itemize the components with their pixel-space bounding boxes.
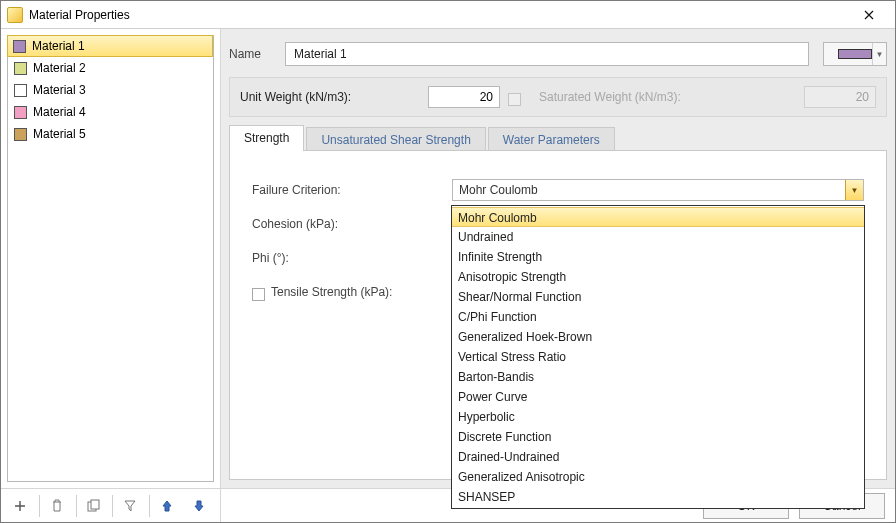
material-swatch-icon bbox=[14, 84, 27, 97]
titlebar: Material Properties bbox=[1, 1, 895, 29]
saturated-weight-checkbox bbox=[508, 93, 521, 106]
dropdown-option[interactable]: Undrained bbox=[452, 227, 864, 247]
sidebar: Material 1Material 2Material 3Material 4… bbox=[1, 29, 221, 522]
material-list-item[interactable]: Material 3 bbox=[8, 79, 213, 101]
cohesion-label: Cohesion (kPa): bbox=[252, 217, 452, 231]
material-list-item[interactable]: Material 4 bbox=[8, 101, 213, 123]
dropdown-option[interactable]: Anisotropic Strength bbox=[452, 267, 864, 287]
tensile-strength-label: Tensile Strength (kPa): bbox=[271, 285, 392, 299]
dropdown-option[interactable]: Generalized Anisotropic bbox=[452, 467, 864, 487]
sidebar-toolbar bbox=[1, 488, 220, 522]
dropdown-option[interactable]: Shear/Normal Function bbox=[452, 287, 864, 307]
filter-button[interactable] bbox=[115, 492, 145, 520]
chevron-down-icon: ▼ bbox=[845, 180, 863, 200]
dropdown-option[interactable]: Vertical Stress Ratio bbox=[452, 347, 864, 367]
copy-material-button[interactable] bbox=[79, 492, 109, 520]
add-material-button[interactable] bbox=[5, 492, 35, 520]
failure-criterion-value: Mohr Coulomb bbox=[459, 183, 538, 197]
material-list-container: Material 1Material 2Material 3Material 4… bbox=[1, 29, 220, 488]
tensile-strength-checkbox[interactable] bbox=[252, 288, 265, 301]
material-properties-dialog: Material Properties Material 1Material 2… bbox=[0, 0, 896, 523]
main-area: Name ▼ Unit Weight (kN/m3): Saturated We… bbox=[221, 29, 895, 522]
material-list-item[interactable]: Material 5 bbox=[8, 123, 213, 145]
dropdown-option[interactable]: C/Phi Function bbox=[452, 307, 864, 327]
dropdown-option[interactable]: Drained-Undrained bbox=[452, 447, 864, 467]
material-list-item-label: Material 3 bbox=[33, 83, 86, 97]
name-label: Name bbox=[229, 47, 277, 61]
material-swatch-icon bbox=[14, 128, 27, 141]
dropdown-option[interactable]: Mohr Coulomb bbox=[452, 207, 864, 227]
app-icon bbox=[7, 7, 23, 23]
dropdown-option[interactable]: Barton-Bandis bbox=[452, 367, 864, 387]
dropdown-option[interactable]: SHANSEP bbox=[452, 487, 864, 507]
dropdown-option[interactable]: Hyperbolic bbox=[452, 407, 864, 427]
dropdown-option[interactable]: Discrete Function bbox=[452, 427, 864, 447]
material-color-picker[interactable]: ▼ bbox=[823, 42, 887, 66]
dropdown-option[interactable]: Infinite Strength bbox=[452, 247, 864, 267]
material-list-item-label: Material 2 bbox=[33, 61, 86, 75]
tab-water-parameters[interactable]: Water Parameters bbox=[488, 127, 615, 151]
saturated-weight-value: 20 bbox=[804, 86, 876, 108]
material-list-item-label: Material 5 bbox=[33, 127, 86, 141]
dropdown-option[interactable]: Power Curve bbox=[452, 387, 864, 407]
material-list-item[interactable]: Material 1 bbox=[7, 35, 213, 57]
dropdown-option[interactable]: Generalized Hoek-Brown bbox=[452, 327, 864, 347]
phi-label: Phi (°): bbox=[252, 251, 452, 265]
failure-criterion-combo[interactable]: Mohr Coulomb ▼ bbox=[452, 179, 864, 201]
material-list-item[interactable]: Material 2 bbox=[8, 57, 213, 79]
delete-material-button[interactable] bbox=[42, 492, 72, 520]
unit-weight-input[interactable] bbox=[428, 86, 500, 108]
tab-unsaturated-shear-strength[interactable]: Unsaturated Shear Strength bbox=[306, 127, 485, 151]
material-swatch-icon bbox=[13, 40, 26, 53]
name-input[interactable] bbox=[285, 42, 809, 66]
failure-criterion-label: Failure Criterion: bbox=[252, 183, 452, 197]
move-up-button[interactable] bbox=[152, 492, 182, 520]
unit-weight-label: Unit Weight (kN/m3): bbox=[240, 90, 420, 104]
strength-panel: Failure Criterion: Mohr Coulomb ▼ Cohesi… bbox=[229, 150, 887, 480]
chevron-down-icon: ▼ bbox=[872, 43, 886, 65]
window-title: Material Properties bbox=[29, 8, 849, 22]
close-button[interactable] bbox=[849, 1, 889, 28]
material-swatch-icon bbox=[14, 106, 27, 119]
material-swatch-icon bbox=[14, 62, 27, 75]
material-list-item-label: Material 1 bbox=[32, 39, 85, 53]
material-list-item-label: Material 4 bbox=[33, 105, 86, 119]
svg-rect-1 bbox=[91, 500, 99, 509]
saturated-weight-label: Saturated Weight (kN/m3): bbox=[539, 90, 681, 104]
material-list[interactable]: Material 1Material 2Material 3Material 4… bbox=[7, 35, 214, 482]
move-down-button[interactable] bbox=[184, 492, 214, 520]
tab-strength[interactable]: Strength bbox=[229, 125, 304, 151]
failure-criterion-dropdown[interactable]: Mohr CoulombUndrainedInfinite StrengthAn… bbox=[451, 205, 865, 509]
unit-weight-block: Unit Weight (kN/m3): Saturated Weight (k… bbox=[229, 77, 887, 117]
tab-bar: StrengthUnsaturated Shear StrengthWater … bbox=[229, 125, 887, 151]
